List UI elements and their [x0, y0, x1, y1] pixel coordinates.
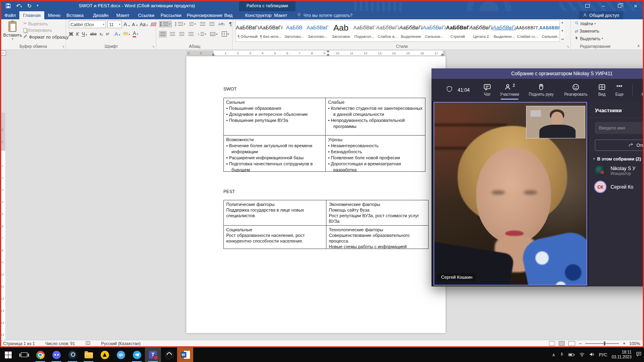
style-item[interactable]: ААБ6ВВГГ,Сильная...: [539, 21, 562, 41]
style-item[interactable]: АаБбВвГаСильное...: [423, 21, 446, 41]
style-item[interactable]: АаБбВвГЗаголово...: [306, 21, 329, 41]
pest-economic-cell[interactable]: Экономические факторы Помощь сайту Вуза …: [326, 200, 429, 226]
paste-button[interactable]: Вставить ▾: [3, 21, 22, 47]
select-button[interactable]: Выделить▾: [575, 36, 603, 41]
shrink-font-button[interactable]: А▼: [132, 22, 138, 27]
decrease-indent-button[interactable]: [199, 21, 206, 27]
tab-insert[interactable]: Вставка: [63, 11, 87, 19]
format-painter-button[interactable]: Формат по образцу: [23, 34, 69, 40]
style-item[interactable]: АabЗаголовок: [329, 21, 353, 41]
tab-references[interactable]: Ссылки: [134, 11, 158, 19]
tab-view[interactable]: Вид: [221, 11, 236, 19]
style-item[interactable]: АаБбВвГаВыделение: [399, 21, 423, 41]
battery-icon[interactable]: [568, 351, 575, 358]
style-item[interactable]: АаБбВвГПодзагол...: [353, 21, 376, 41]
align-left-button[interactable]: [159, 31, 167, 37]
tab-selector[interactable]: ⌐: [1, 50, 6, 56]
teams-taskbar-button[interactable]: T: [145, 348, 161, 362]
pest-table[interactable]: Политические факторы Поддержка государст…: [223, 200, 429, 249]
document-page[interactable]: SWOT Сильные • Повышение образования • Д…: [186, 56, 446, 333]
print-layout-icon[interactable]: [559, 341, 565, 346]
subscript-button[interactable]: x₂: [99, 32, 103, 36]
style-item[interactable]: АаБбВвГг,¶ Без инте...: [259, 21, 283, 41]
style-item[interactable]: АаБбВвГаЦитата 2: [469, 21, 493, 41]
show-marks-button[interactable]: ¶: [229, 21, 233, 28]
vertical-ruler[interactable]: 2 1 1 2 3 4 5 6 7 8 9 10 11 12 13 14 15 …: [0, 113, 6, 362]
word-taskbar-button[interactable]: [177, 348, 193, 362]
participant-search-input[interactable]: [595, 122, 644, 134]
strikethrough-button[interactable]: abe: [90, 32, 97, 36]
change-case-button[interactable]: Аа▾: [140, 22, 148, 27]
tab-mailings[interactable]: Рассылки: [157, 11, 185, 19]
style-item[interactable]: АаБбВвГаВыделенн...: [493, 21, 516, 41]
multilevel-list-button[interactable]: ▾: [188, 21, 197, 27]
tab-layout[interactable]: Макет: [113, 11, 133, 19]
swot-opportunities-cell[interactable]: Возможности • Внечение более актуальной …: [224, 136, 326, 172]
tell-me-box[interactable]: Что вы хотите сделать?: [297, 11, 353, 19]
action-center-icon[interactable]: [636, 351, 642, 358]
participant-row[interactable]: Nikolay S У Инициатор: [595, 165, 636, 176]
swot-table[interactable]: Сильные • Повышение образования • Доходч…: [223, 98, 425, 172]
indent-marker-icon[interactable]: [441, 53, 444, 56]
tray-microphone-icon[interactable]: [560, 351, 564, 358]
clear-formatting-icon[interactable]: [151, 23, 157, 26]
align-right-button[interactable]: [178, 31, 185, 37]
steam-taskbar-button[interactable]: [64, 348, 80, 362]
tray-expand-icon[interactable]: ∧: [552, 352, 555, 358]
participants-button[interactable]: 2 Участники: [500, 83, 519, 97]
more-button[interactable]: ••• Еще: [615, 83, 623, 97]
start-button[interactable]: [0, 348, 16, 362]
web-layout-icon[interactable]: [568, 341, 575, 346]
word-count[interactable]: Число слов: 91: [45, 341, 75, 346]
indent-marker-icon[interactable]: [326, 53, 330, 56]
font-color-button[interactable]: А▾: [133, 31, 138, 37]
shading-button[interactable]: ▾: [209, 31, 219, 37]
volume-icon[interactable]: [589, 351, 594, 358]
superscript-button[interactable]: x²: [106, 32, 109, 36]
chat-button[interactable]: Чат: [483, 83, 491, 97]
collapse-ribbon-icon[interactable]: ∧: [637, 43, 640, 48]
style-item[interactable]: АаБбВвГг,Строгий: [446, 21, 469, 41]
bullets-button[interactable]: ▾: [159, 21, 172, 27]
daemon-tools-button[interactable]: [97, 348, 113, 362]
style-item[interactable]: ААБ6ВВГГ,Слабая сс...: [516, 21, 539, 41]
underline-button[interactable]: Ч▾: [82, 31, 87, 37]
italic-button[interactable]: К: [76, 31, 79, 37]
afterburner-button[interactable]: [161, 348, 177, 362]
raise-hand-button[interactable]: Поднять руку: [529, 83, 554, 97]
borders-button[interactable]: ▾: [221, 31, 230, 37]
horizontal-ruler[interactable]: ⌐ 3 2 1 1 2 3 4 5 6 7 8 9 10 11 12 13 14…: [0, 50, 644, 56]
clock[interactable]: 18:11 03.11.2023: [612, 350, 632, 360]
tab-design[interactable]: Дизайн: [89, 11, 112, 19]
grow-font-button[interactable]: А▲: [124, 21, 130, 27]
self-view-video[interactable]: [526, 106, 585, 138]
language-indicator[interactable]: Русский (Казахстан): [101, 341, 140, 346]
file-explorer-button[interactable]: [80, 348, 97, 362]
read-mode-icon[interactable]: [549, 341, 555, 346]
style-item[interactable]: АаБбВЗаголово...: [283, 21, 306, 41]
gallery-expand-icon[interactable]: ≡▾: [561, 38, 564, 41]
pest-political-cell[interactable]: Политические факторы Поддержка государст…: [224, 200, 326, 226]
view-button[interactable]: Вид: [598, 83, 606, 97]
ribbon-display-options-icon[interactable]: [580, 1, 594, 10]
chrome-taskbar-button[interactable]: [32, 348, 48, 362]
zoom-slider-thumb[interactable]: [604, 341, 605, 346]
restore-icon[interactable]: [613, 1, 626, 10]
increase-indent-button[interactable]: [208, 21, 215, 27]
tab-home[interactable]: Главная: [19, 11, 44, 19]
font-size-combobox[interactable]: 11▾: [107, 21, 122, 28]
indent-marker-icon[interactable]: [326, 51, 330, 53]
pest-technological-cell[interactable]: Технологические факторы Совершенствовани…: [326, 226, 429, 249]
find-button[interactable]: Найти▾: [575, 21, 603, 26]
react-button[interactable]: Реагировать: [564, 83, 588, 97]
tab-file[interactable]: Файл: [1, 11, 19, 19]
main-video-tile[interactable]: Сергей Кошкин: [433, 102, 587, 286]
style-item[interactable]: АаБбВвГаСлабое в...: [376, 21, 399, 41]
line-spacing-button[interactable]: ↕▾: [197, 31, 207, 37]
style-item[interactable]: АаБбВвГг,¶ Обычный: [236, 21, 259, 41]
language-switcher[interactable]: РУС: [599, 352, 607, 357]
align-center-button[interactable]: [169, 31, 176, 37]
share-button[interactable]: Общий доступ: [579, 11, 623, 19]
participant-row[interactable]: СК Сергей Ко: [595, 181, 634, 192]
wifi-icon[interactable]: [579, 351, 585, 358]
